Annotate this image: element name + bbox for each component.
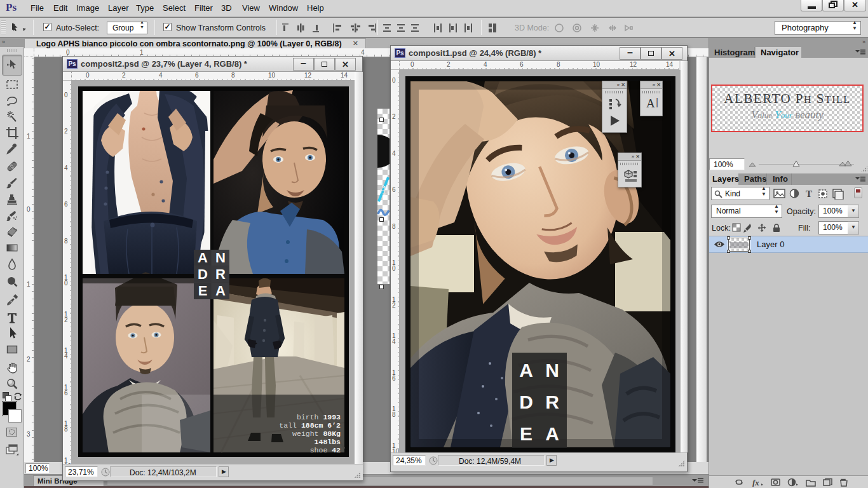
svg-text:tall 188cm 6’2: tall 188cm 6’2 <box>279 421 341 430</box>
svg-text:T: T <box>806 189 812 199</box>
svg-text:R: R <box>215 266 226 282</box>
svg-text:A: A <box>215 283 226 299</box>
svg-text:148lbs: 148lbs <box>315 438 341 446</box>
svg-text:R: R <box>545 391 559 412</box>
svg-text:E: E <box>198 283 208 299</box>
svg-text:D: D <box>198 266 208 282</box>
svg-text:weight 88Kg: weight 88Kg <box>292 430 341 438</box>
svg-text:shoe 42: shoe 42 <box>310 446 341 454</box>
svg-text:fx: fx <box>752 478 759 487</box>
svg-text:birth 1993: birth 1993 <box>297 413 341 421</box>
svg-text:N: N <box>215 250 226 266</box>
svg-text:N: N <box>545 360 559 381</box>
svg-text:A: A <box>519 360 533 381</box>
svg-text:E: E <box>520 423 532 444</box>
svg-text:D: D <box>519 391 533 412</box>
svg-text:A: A <box>545 423 559 444</box>
svg-text:A: A <box>198 250 208 266</box>
